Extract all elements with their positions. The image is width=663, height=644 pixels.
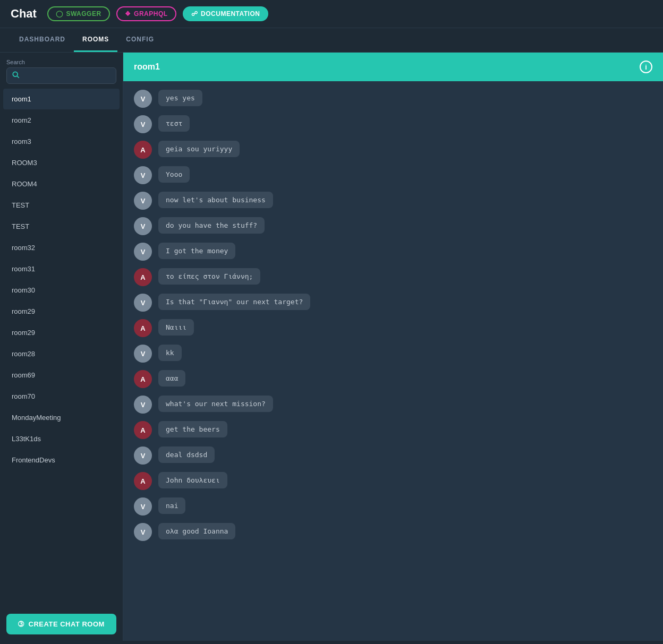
message-row: Aget the beers <box>134 421 652 439</box>
message-bubble: nai <box>158 497 185 514</box>
sidebar-item-ROOM3[interactable]: ROOM3 <box>3 152 120 173</box>
tab-rooms[interactable]: ROOMS <box>74 28 117 52</box>
app-header: Chat ◯ SWAGGER ❖ GRAPHQL ☍ DOCUMENTATION <box>0 0 663 28</box>
sidebar-item-room29b[interactable]: room29 <box>3 322 120 343</box>
main-layout: Search room1room2room3ROOM3ROOM4TESTTEST… <box>0 53 663 641</box>
chat-room-title: room1 <box>134 62 160 72</box>
messages-list: Vyes yesVτεστAgeia sou yuriyyyVYoooVnow … <box>123 81 663 641</box>
message-bubble: ααα <box>158 370 185 387</box>
message-bubble: yes yes <box>158 90 202 106</box>
message-bubble: geia sou yuriyyy <box>158 141 240 157</box>
message-bubble: get the beers <box>158 421 227 437</box>
message-row: Vdeal dsdsd <box>134 446 652 465</box>
message-row: AJohn δουλευει <box>134 472 652 490</box>
message-row: Vnow let's about business <box>134 192 652 210</box>
message-bubble: Ναιιι <box>158 319 194 336</box>
message-bubble: το είπες στον Γιάννη; <box>158 268 260 285</box>
room-list: room1room2room3ROOM3ROOM4TESTTESTroom32r… <box>0 88 123 607</box>
svg-line-1 <box>17 76 19 78</box>
avatar: V <box>134 446 152 465</box>
message-row: Vολα good Ioanna <box>134 523 652 541</box>
sidebar-item-room1[interactable]: room1 <box>3 89 120 109</box>
sidebar-item-room30[interactable]: room30 <box>3 280 120 300</box>
message-row: Vnai <box>134 497 652 516</box>
graphql-button[interactable]: ❖ GRAPHQL <box>116 6 176 21</box>
message-bubble: I got the money <box>158 243 235 259</box>
message-bubble: kk <box>158 345 182 361</box>
sidebar-item-room69[interactable]: room69 <box>3 365 120 385</box>
avatar: V <box>134 345 152 363</box>
sidebar: Search room1room2room3ROOM3ROOM4TESTTEST… <box>0 53 123 641</box>
sidebar-item-room29a[interactable]: room29 <box>3 301 120 322</box>
message-row: Vdo you have the stuff? <box>134 217 652 235</box>
graphql-icon: ❖ <box>125 10 131 18</box>
search-icon <box>12 71 20 80</box>
search-label: Search <box>6 59 116 65</box>
avatar: V <box>134 217 152 235</box>
message-bubble: deal dsdsd <box>158 446 215 463</box>
sidebar-item-MondayMeeting[interactable]: MondayMeeting <box>3 407 120 428</box>
sidebar-item-room31[interactable]: room31 <box>3 259 120 279</box>
message-row: VIs that "Γιαννη" our next target? <box>134 294 652 312</box>
avatar: A <box>134 370 152 388</box>
message-bubble: what's our next mission? <box>158 396 273 412</box>
tab-config[interactable]: CONFIG <box>117 28 163 52</box>
message-row: Aααα <box>134 370 652 388</box>
docs-icon: ☍ <box>191 10 198 18</box>
search-input[interactable] <box>24 72 110 80</box>
message-row: Aτο είπες στον Γιάννη; <box>134 268 652 286</box>
avatar: V <box>134 294 152 312</box>
avatar: V <box>134 497 152 516</box>
sidebar-item-ROOM4[interactable]: ROOM4 <box>3 174 120 194</box>
plus-icon: ➂ <box>18 620 24 628</box>
tab-dashboard[interactable]: DASHBOARD <box>11 28 74 52</box>
avatar: A <box>134 421 152 439</box>
avatar: A <box>134 319 152 337</box>
message-row: Vyes yes <box>134 90 652 108</box>
chat-header: room1 i <box>123 53 663 81</box>
avatar: V <box>134 192 152 210</box>
sidebar-item-L33tK1ds[interactable]: L33tK1ds <box>3 428 120 449</box>
sidebar-item-room2[interactable]: room2 <box>3 110 120 131</box>
message-bubble: John δουλευει <box>158 472 227 488</box>
sidebar-item-room70[interactable]: room70 <box>3 386 120 407</box>
avatar: V <box>134 396 152 414</box>
message-bubble: ολα good Ioanna <box>158 523 235 539</box>
avatar: A <box>134 268 152 286</box>
sidebar-item-TEST2[interactable]: TEST <box>3 216 120 237</box>
info-icon[interactable]: i <box>640 61 652 73</box>
message-bubble: Yooo <box>158 166 190 183</box>
message-row: Vwhat's our next mission? <box>134 396 652 414</box>
sidebar-item-TEST1[interactable]: TEST <box>3 195 120 216</box>
search-container: Search <box>0 53 123 88</box>
avatar: V <box>134 90 152 108</box>
avatar: V <box>134 243 152 261</box>
message-bubble: do you have the stuff? <box>158 217 265 234</box>
search-box <box>6 67 116 84</box>
avatar: V <box>134 523 152 541</box>
create-chat-room-button[interactable]: ➂ CREATE CHAT ROOM <box>6 614 116 634</box>
nav-tabs: DASHBOARD ROOMS CONFIG <box>0 28 663 53</box>
message-row: VI got the money <box>134 243 652 261</box>
chat-area: room1 i Vyes yesVτεστAgeia sou yuriyyyVY… <box>123 53 663 641</box>
message-row: Vτεστ <box>134 115 652 133</box>
sidebar-item-room3[interactable]: room3 <box>3 131 120 152</box>
avatar: V <box>134 166 152 184</box>
message-bubble: τεστ <box>158 115 190 132</box>
sidebar-item-room32[interactable]: room32 <box>3 237 120 258</box>
docs-button[interactable]: ☍ DOCUMENTATION <box>183 6 269 21</box>
avatar: A <box>134 141 152 159</box>
message-row: AΝαιιι <box>134 319 652 337</box>
message-bubble: now let's about business <box>158 192 273 208</box>
message-row: VYooo <box>134 166 652 184</box>
message-row: Ageia sou yuriyyy <box>134 141 652 159</box>
avatar: V <box>134 115 152 133</box>
avatar: A <box>134 472 152 490</box>
sidebar-item-FrontendDevs[interactable]: FrontendDevs <box>3 450 120 470</box>
sidebar-item-room28[interactable]: room28 <box>3 344 120 364</box>
message-row: Vkk <box>134 345 652 363</box>
app-title: Chat <box>11 7 37 21</box>
swagger-icon: ◯ <box>56 10 63 18</box>
swagger-button[interactable]: ◯ SWAGGER <box>47 6 110 21</box>
message-bubble: Is that "Γιαννη" our next target? <box>158 294 310 310</box>
